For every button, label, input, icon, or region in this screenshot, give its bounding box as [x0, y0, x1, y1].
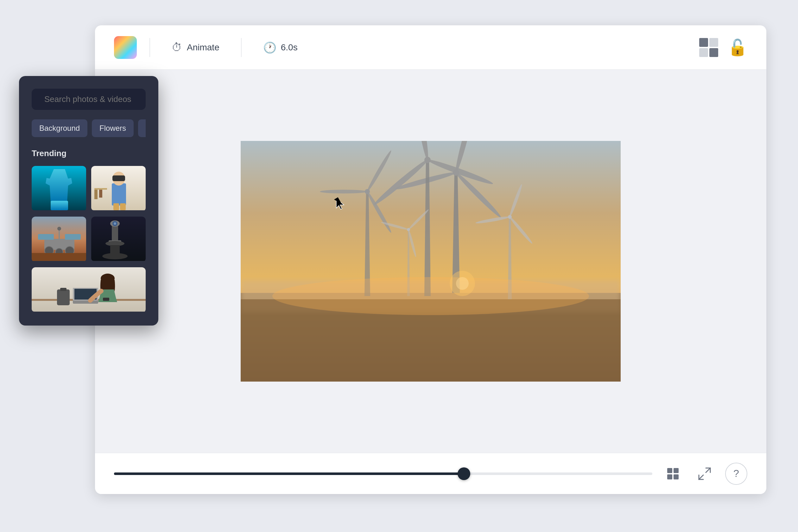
microscope-thumbnail	[91, 216, 146, 261]
svg-rect-63	[32, 253, 86, 261]
thumbnail-hand[interactable]	[32, 166, 86, 211]
svg-rect-53	[99, 190, 102, 197]
svg-rect-80	[57, 289, 70, 305]
animate-button[interactable]: ⏱ Animate	[163, 37, 228, 58]
svg-rect-50	[120, 203, 126, 210]
svg-point-62	[57, 227, 61, 230]
search-bar[interactable]	[32, 89, 146, 110]
svg-point-29	[272, 277, 589, 315]
svg-point-13	[320, 190, 367, 193]
bottom-bar: ?	[95, 453, 766, 494]
checker-cell-1	[699, 38, 708, 47]
svg-rect-34	[667, 474, 672, 479]
svg-rect-33	[673, 468, 679, 473]
sidebar-panel: Background Flowers Nature Sur→ Trending	[19, 76, 158, 325]
checker-cell-3	[699, 48, 708, 57]
canvas-area	[95, 70, 766, 453]
svg-rect-60	[65, 234, 81, 240]
svg-rect-44	[51, 201, 68, 210]
checker-cell-4	[709, 48, 718, 57]
help-button[interactable]: ?	[725, 463, 747, 485]
svg-rect-32	[667, 468, 672, 473]
thumbnail-mars[interactable]	[32, 216, 86, 262]
canvas-content	[241, 141, 621, 382]
svg-rect-49	[113, 203, 119, 210]
duration-label: 6.0s	[281, 42, 298, 53]
lock-button[interactable]: 🔓	[728, 38, 747, 57]
thumbnail-office[interactable]	[32, 267, 146, 313]
tag-flowers[interactable]: Flowers	[92, 119, 134, 137]
toolbar-divider	[150, 38, 150, 57]
mars-thumbnail	[32, 216, 86, 261]
tag-background[interactable]: Background	[32, 119, 88, 137]
main-window: ⏱ Animate 🕐 6.0s 🔓	[95, 25, 766, 494]
toolbar: ⏱ Animate 🕐 6.0s 🔓	[95, 25, 766, 70]
boy-thumbnail	[91, 166, 146, 210]
svg-rect-59	[38, 234, 54, 240]
svg-line-36	[706, 468, 710, 473]
thumbnail-boy[interactable]	[91, 166, 146, 211]
svg-rect-35	[673, 474, 679, 479]
duration-button[interactable]: 🕐 6.0s	[254, 37, 306, 58]
timeline-progress	[114, 473, 464, 475]
tags-row: Background Flowers Nature Sur→	[32, 119, 146, 137]
svg-point-31	[456, 277, 469, 290]
expand-button[interactable]	[694, 463, 716, 485]
svg-point-71	[114, 222, 116, 225]
clock-icon: 🕐	[263, 41, 277, 54]
timeline-thumb[interactable]	[458, 468, 470, 480]
toolbar-right: 🔓	[699, 38, 747, 57]
thumbnail-microscope[interactable]	[91, 216, 146, 262]
trending-label: Trending	[32, 149, 146, 158]
svg-point-72	[102, 253, 128, 259]
svg-rect-48	[112, 175, 125, 181]
checker-button[interactable]	[699, 38, 718, 57]
toolbar-divider2	[241, 38, 242, 57]
animate-icon: ⏱	[172, 41, 183, 54]
search-input[interactable]	[44, 94, 147, 104]
hand-thumbnail	[32, 166, 86, 210]
wind-turbine-image	[241, 141, 621, 382]
grid-icon	[667, 468, 679, 480]
svg-rect-81	[60, 288, 66, 291]
grid-view-button[interactable]	[662, 463, 684, 485]
expand-icon	[698, 468, 711, 480]
timeline-track[interactable]	[114, 473, 652, 475]
svg-rect-82	[103, 298, 109, 301]
svg-rect-51	[94, 188, 107, 190]
image-grid	[32, 166, 146, 313]
tag-nature[interactable]: Nature	[138, 119, 146, 137]
help-label: ?	[734, 468, 739, 479]
office-thumbnail	[32, 267, 146, 311]
app-logo[interactable]	[114, 36, 137, 59]
svg-rect-52	[94, 190, 97, 199]
checker-cell-2	[709, 38, 718, 47]
svg-line-37	[699, 475, 703, 479]
svg-rect-46	[112, 183, 126, 206]
animate-label: Animate	[187, 42, 220, 53]
